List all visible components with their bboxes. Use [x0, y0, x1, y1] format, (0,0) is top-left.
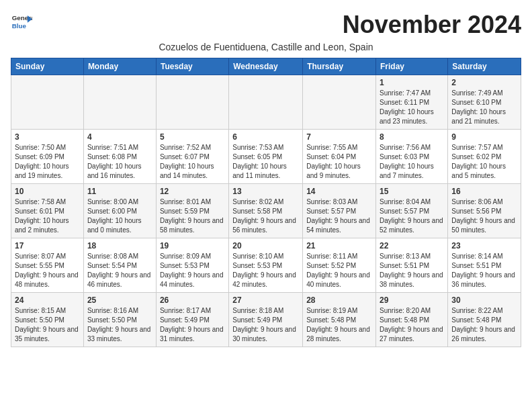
- day-header: Friday: [376, 58, 448, 75]
- day-info: Sunrise: 8:01 AM Sunset: 5:59 PM Dayligh…: [160, 197, 225, 235]
- day-number: 22: [380, 241, 444, 250]
- calendar-cell: 8Sunrise: 7:56 AM Sunset: 6:03 PM Daylig…: [376, 130, 448, 184]
- day-number: 16: [451, 187, 517, 196]
- calendar-cell: 4Sunrise: 7:51 AM Sunset: 6:08 PM Daylig…: [83, 130, 156, 184]
- day-info: Sunrise: 8:02 AM Sunset: 5:58 PM Dayligh…: [232, 197, 299, 235]
- day-number: 28: [306, 295, 372, 305]
- day-number: 17: [15, 241, 80, 250]
- day-number: 27: [232, 295, 299, 305]
- calendar-cell: 13Sunrise: 8:02 AM Sunset: 5:58 PM Dayli…: [229, 184, 303, 238]
- day-info: Sunrise: 7:53 AM Sunset: 6:05 PM Dayligh…: [232, 143, 299, 181]
- svg-text:Blue: Blue: [12, 22, 27, 30]
- calendar-cell: [229, 75, 303, 130]
- day-number: 26: [160, 295, 225, 305]
- calendar-cell: 24Sunrise: 8:15 AM Sunset: 5:50 PM Dayli…: [11, 293, 84, 347]
- day-number: 14: [306, 187, 372, 196]
- day-info: Sunrise: 7:57 AM Sunset: 6:02 PM Dayligh…: [451, 143, 517, 181]
- day-info: Sunrise: 8:22 AM Sunset: 5:48 PM Dayligh…: [451, 306, 517, 344]
- calendar-cell: 9Sunrise: 7:57 AM Sunset: 6:02 PM Daylig…: [448, 130, 521, 184]
- day-number: 9: [451, 132, 517, 142]
- calendar-cell: 27Sunrise: 8:18 AM Sunset: 5:49 PM Dayli…: [229, 293, 303, 347]
- day-info: Sunrise: 8:03 AM Sunset: 5:57 PM Dayligh…: [306, 197, 372, 235]
- day-info: Sunrise: 8:11 AM Sunset: 5:52 PM Dayligh…: [306, 252, 372, 289]
- day-number: 30: [451, 295, 517, 305]
- day-header: Sunday: [11, 58, 84, 75]
- day-info: Sunrise: 7:55 AM Sunset: 6:04 PM Dayligh…: [306, 143, 372, 181]
- day-info: Sunrise: 7:51 AM Sunset: 6:08 PM Dayligh…: [87, 143, 152, 181]
- calendar-cell: [11, 75, 84, 130]
- day-header: Wednesday: [229, 58, 303, 75]
- calendar-cell: 5Sunrise: 7:52 AM Sunset: 6:07 PM Daylig…: [156, 130, 228, 184]
- day-info: Sunrise: 8:15 AM Sunset: 5:50 PM Dayligh…: [15, 306, 80, 344]
- day-info: Sunrise: 8:04 AM Sunset: 5:57 PM Dayligh…: [380, 197, 444, 235]
- day-number: 12: [160, 187, 225, 196]
- day-info: Sunrise: 8:07 AM Sunset: 5:55 PM Dayligh…: [15, 252, 80, 289]
- calendar-cell: 10Sunrise: 7:58 AM Sunset: 6:01 PM Dayli…: [11, 184, 84, 238]
- calendar-cell: 11Sunrise: 8:00 AM Sunset: 6:00 PM Dayli…: [83, 184, 156, 238]
- calendar-cell: 1Sunrise: 7:47 AM Sunset: 6:11 PM Daylig…: [376, 75, 448, 130]
- day-info: Sunrise: 7:47 AM Sunset: 6:11 PM Dayligh…: [380, 89, 444, 126]
- day-info: Sunrise: 8:08 AM Sunset: 5:54 PM Dayligh…: [87, 252, 152, 289]
- calendar-cell: 14Sunrise: 8:03 AM Sunset: 5:57 PM Dayli…: [303, 184, 376, 238]
- day-number: 13: [232, 187, 299, 196]
- day-number: 25: [87, 295, 152, 305]
- calendar-table: SundayMondayTuesdayWednesdayThursdayFrid…: [11, 58, 521, 347]
- day-info: Sunrise: 8:19 AM Sunset: 5:48 PM Dayligh…: [306, 306, 372, 344]
- day-number: 8: [380, 132, 444, 142]
- day-number: 2: [451, 78, 517, 87]
- calendar-cell: 30Sunrise: 8:22 AM Sunset: 5:48 PM Dayli…: [448, 293, 521, 347]
- day-info: Sunrise: 7:52 AM Sunset: 6:07 PM Dayligh…: [160, 143, 225, 181]
- day-header: Tuesday: [156, 58, 228, 75]
- day-info: Sunrise: 8:09 AM Sunset: 5:53 PM Dayligh…: [160, 252, 225, 289]
- day-header: Saturday: [448, 58, 521, 75]
- day-number: 1: [380, 78, 444, 87]
- calendar-cell: 7Sunrise: 7:55 AM Sunset: 6:04 PM Daylig…: [303, 130, 376, 184]
- day-header: Thursday: [303, 58, 376, 75]
- day-info: Sunrise: 8:13 AM Sunset: 5:51 PM Dayligh…: [380, 252, 444, 289]
- day-info: Sunrise: 8:00 AM Sunset: 6:00 PM Dayligh…: [87, 197, 152, 235]
- day-number: 3: [15, 132, 80, 142]
- calendar-cell: 16Sunrise: 8:06 AM Sunset: 5:56 PM Dayli…: [448, 184, 521, 238]
- calendar-cell: 28Sunrise: 8:19 AM Sunset: 5:48 PM Dayli…: [303, 293, 376, 347]
- day-number: 18: [87, 241, 152, 250]
- calendar-cell: 6Sunrise: 7:53 AM Sunset: 6:05 PM Daylig…: [229, 130, 303, 184]
- day-number: 21: [306, 241, 372, 250]
- subtitle: Cozuelos de Fuentiduena, Castille and Le…: [11, 42, 521, 52]
- day-number: 15: [380, 187, 444, 196]
- day-number: 6: [232, 132, 299, 142]
- day-number: 5: [160, 132, 225, 142]
- day-info: Sunrise: 8:18 AM Sunset: 5:49 PM Dayligh…: [232, 306, 299, 344]
- calendar-cell: 2Sunrise: 7:49 AM Sunset: 6:10 PM Daylig…: [448, 75, 521, 130]
- day-info: Sunrise: 8:14 AM Sunset: 5:51 PM Dayligh…: [451, 252, 517, 289]
- day-number: 11: [87, 187, 152, 196]
- calendar-cell: 12Sunrise: 8:01 AM Sunset: 5:59 PM Dayli…: [156, 184, 228, 238]
- day-number: 4: [87, 132, 152, 142]
- day-info: Sunrise: 8:17 AM Sunset: 5:49 PM Dayligh…: [160, 306, 225, 344]
- calendar-cell: 15Sunrise: 8:04 AM Sunset: 5:57 PM Dayli…: [376, 184, 448, 238]
- calendar-cell: 21Sunrise: 8:11 AM Sunset: 5:52 PM Dayli…: [303, 238, 376, 293]
- calendar-cell: 22Sunrise: 8:13 AM Sunset: 5:51 PM Dayli…: [376, 238, 448, 293]
- day-number: 19: [160, 241, 225, 250]
- calendar-cell: [156, 75, 228, 130]
- calendar-cell: 26Sunrise: 8:17 AM Sunset: 5:49 PM Dayli…: [156, 293, 228, 347]
- calendar-cell: 18Sunrise: 8:08 AM Sunset: 5:54 PM Dayli…: [83, 238, 156, 293]
- month-title: November 2024: [343, 11, 521, 39]
- day-number: 29: [380, 295, 444, 305]
- calendar-cell: 3Sunrise: 7:50 AM Sunset: 6:09 PM Daylig…: [11, 130, 84, 184]
- day-info: Sunrise: 8:20 AM Sunset: 5:48 PM Dayligh…: [380, 306, 444, 344]
- day-info: Sunrise: 8:10 AM Sunset: 5:53 PM Dayligh…: [232, 252, 299, 289]
- calendar-cell: 23Sunrise: 8:14 AM Sunset: 5:51 PM Dayli…: [448, 238, 521, 293]
- day-number: 10: [15, 187, 80, 196]
- day-number: 23: [451, 241, 517, 250]
- day-info: Sunrise: 7:58 AM Sunset: 6:01 PM Dayligh…: [15, 197, 80, 235]
- day-number: 7: [306, 132, 372, 142]
- calendar-cell: [303, 75, 376, 130]
- calendar-cell: 29Sunrise: 8:20 AM Sunset: 5:48 PM Dayli…: [376, 293, 448, 347]
- calendar-cell: 25Sunrise: 8:16 AM Sunset: 5:50 PM Dayli…: [83, 293, 156, 347]
- calendar-cell: 17Sunrise: 8:07 AM Sunset: 5:55 PM Dayli…: [11, 238, 84, 293]
- logo: General Blue: [11, 11, 32, 32]
- day-info: Sunrise: 7:56 AM Sunset: 6:03 PM Dayligh…: [380, 143, 444, 181]
- day-number: 24: [15, 295, 80, 305]
- day-header: Monday: [83, 58, 156, 75]
- calendar-cell: 19Sunrise: 8:09 AM Sunset: 5:53 PM Dayli…: [156, 238, 228, 293]
